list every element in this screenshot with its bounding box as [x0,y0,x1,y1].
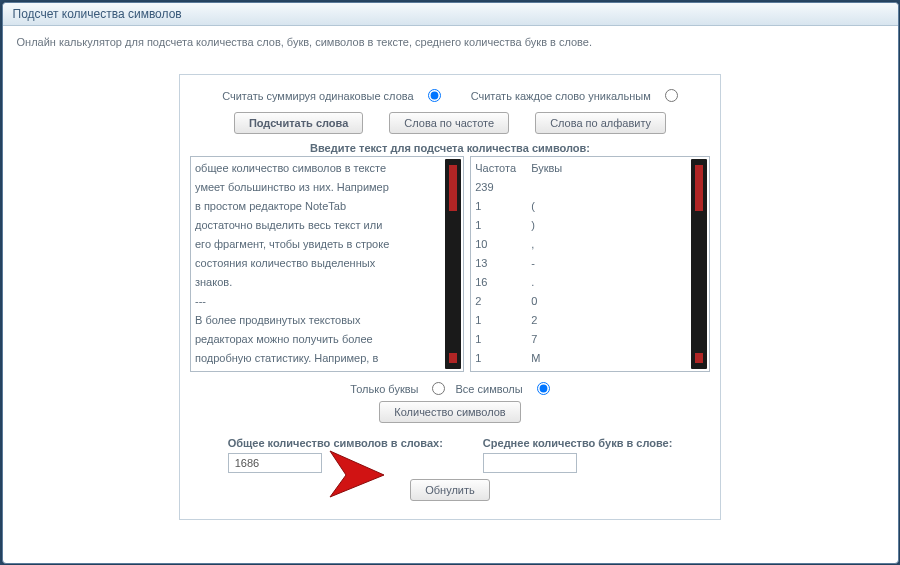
filter-letters-radio[interactable] [432,382,445,395]
filter-letters-label: Только буквы [350,383,418,395]
freq-row: 1( [475,197,685,216]
freq-row: 1) [475,216,685,235]
total-chars-value [228,453,322,473]
main-panel: Считать суммируя одинаковые слова Считат… [179,74,721,520]
avg-letters-value [483,453,577,473]
mode-sum-radio[interactable] [428,89,441,102]
scrollbar[interactable] [445,159,461,369]
count-words-button[interactable]: Подсчитать слова [234,112,363,134]
freq-row: 16. [475,273,685,292]
page-subtitle: Онлайн калькулятор для подсчета количест… [3,26,898,52]
freq-row: 1N [475,368,685,372]
freq-row: 13- [475,254,685,273]
input-textarea[interactable]: общее количество символов в тексте умеет… [190,156,464,372]
freq-row: 1M [475,349,685,368]
freq-row: 239 [475,178,685,197]
filter-all-label: Все символы [455,383,522,395]
frequency-output[interactable]: Частота Буквы 2391(1)10,13-16.2012171M1N [470,156,710,372]
words-by-freq-button[interactable]: Слова по частоте [389,112,509,134]
mode-sum-label: Считать суммируя одинаковые слова [222,90,413,102]
words-by-alpha-button[interactable]: Слова по алфавиту [535,112,666,134]
freq-row: 17 [475,330,685,349]
mode-unique-label: Считать каждое слово уникальным [471,90,651,102]
avg-letters-label: Среднее количество букв в слове: [483,437,673,449]
mode-unique-radio[interactable] [665,89,678,102]
filter-all-radio[interactable] [537,382,550,395]
freq-row: 20 [475,292,685,311]
freq-header-letter: Буквы [531,159,562,178]
window-title: Подсчет количества символов [3,3,898,26]
count-symbols-button[interactable]: Количество символов [379,401,520,423]
freq-row: 10, [475,235,685,254]
freq-header-count: Частота [475,159,523,178]
total-chars-label: Общее количество символов в словах: [228,437,443,449]
input-section-title: Введите текст для подсчета количества си… [190,142,710,154]
scrollbar[interactable] [691,159,707,369]
reset-button[interactable]: Обнулить [410,479,490,501]
freq-row: 12 [475,311,685,330]
